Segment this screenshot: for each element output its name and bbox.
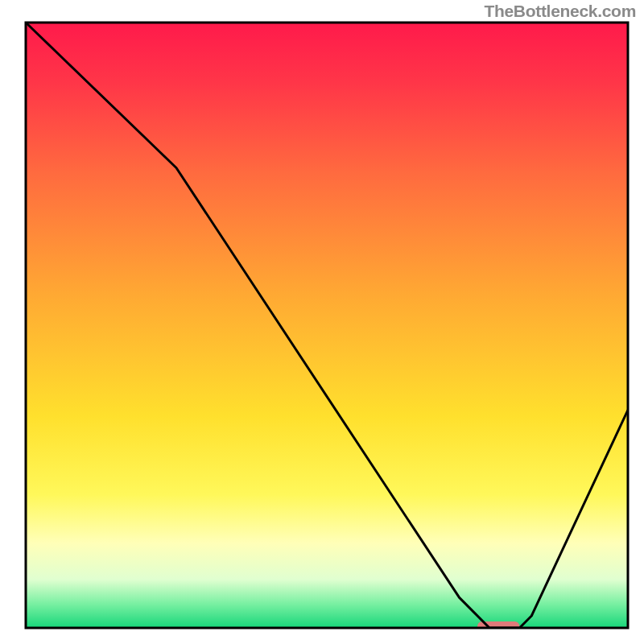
gradient-background xyxy=(26,23,628,628)
watermark-text: TheBottleneck.com xyxy=(484,2,636,21)
bottleneck-chart xyxy=(0,0,644,644)
